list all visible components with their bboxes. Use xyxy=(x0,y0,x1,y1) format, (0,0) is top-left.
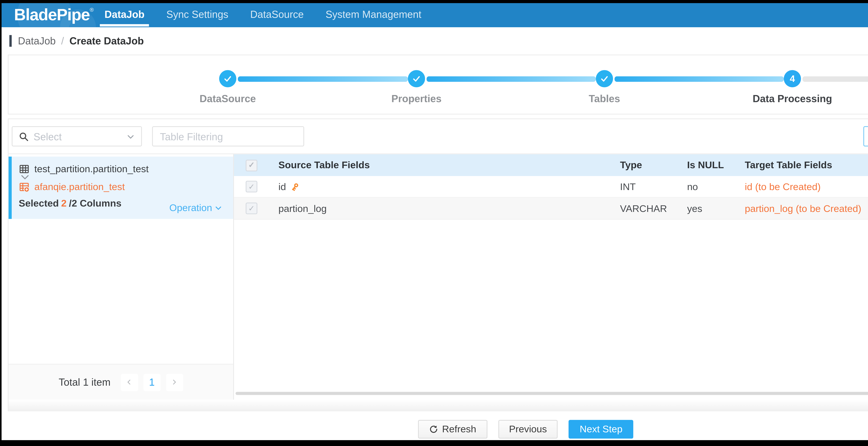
breadcrumb-accent-bar xyxy=(9,35,12,47)
select-all-checkbox[interactable]: ✓ xyxy=(246,159,257,171)
chevron-down-icon xyxy=(20,174,30,181)
pagination-total: Total 1 item xyxy=(59,376,111,388)
header-source-fields: Source Table Fields xyxy=(269,160,611,171)
select-placeholder: Select xyxy=(33,130,122,142)
source-table-name: test_partition.partition_test xyxy=(34,163,149,174)
row-checkbox[interactable]: ✓ xyxy=(246,181,257,192)
operation-label: Operation xyxy=(169,203,212,213)
footer-buttons: Refresh Previous Next Step xyxy=(418,420,633,439)
nav-item-system-management[interactable]: System Management xyxy=(315,3,432,27)
header-target-fields: Target Table Fields xyxy=(735,160,868,171)
row-checkbox[interactable]: ✓ xyxy=(246,203,257,214)
toolbar-actions: Mapping Rules Upload Custom Code Batch O… xyxy=(863,126,868,146)
header-is-null: Is NULL xyxy=(678,160,735,171)
header-type: Type xyxy=(611,160,678,171)
horizontal-scrollbar[interactable] xyxy=(236,392,868,395)
step-datasource-circle xyxy=(219,70,236,87)
page-title: Create DataJob xyxy=(69,35,144,47)
chevron-right-icon xyxy=(171,379,178,385)
nav-item-sync-settings[interactable]: Sync Settings xyxy=(155,3,239,27)
screenshot-stage: BladePipe® DataJob Sync Settings DataSou… xyxy=(0,0,868,446)
source-null-cell: yes xyxy=(678,203,735,214)
top-navbar: BladePipe® DataJob Sync Settings DataSou… xyxy=(2,3,868,27)
main-region: test_partition.partition_test afanqie.pa… xyxy=(8,153,868,400)
step-label-tables: Tables xyxy=(589,93,620,104)
table-icon xyxy=(19,163,30,174)
toolbar: Select Mapping Rules Upload Custom Code … xyxy=(8,119,868,153)
step-data-processing-circle: 4 xyxy=(784,70,801,87)
source-null-cell: no xyxy=(678,181,735,192)
previous-button[interactable]: Previous xyxy=(498,420,558,439)
next-step-button[interactable]: Next Step xyxy=(569,420,633,439)
breadcrumb-separator: / xyxy=(61,35,64,47)
next-step-label: Next Step xyxy=(580,424,623,435)
data-processing-panel: Select Mapping Rules Upload Custom Code … xyxy=(8,118,868,411)
source-field-name: partion_log xyxy=(278,203,327,214)
table-list-pagination: Total 1 item 1 xyxy=(8,364,233,400)
step-connector-done xyxy=(615,76,784,82)
breadcrumb-parent[interactable]: DataJob xyxy=(18,35,56,47)
logo-text: BladePipe xyxy=(14,5,90,23)
row-checkbox-cell: ✓ xyxy=(234,181,269,192)
table-row: ✓ partion_log VARCHAR yes partion_log (t… xyxy=(234,198,868,220)
row-checkbox-cell: ✓ xyxy=(234,203,269,214)
fields-table: ✓ Source Table Fields Type Is NULL Targe… xyxy=(234,154,868,400)
breadcrumb: DataJob / Create DataJob xyxy=(2,27,868,55)
primary-key-icon xyxy=(290,182,299,191)
check-icon xyxy=(223,74,232,83)
page-number[interactable]: 1 xyxy=(143,374,160,391)
refresh-label: Refresh xyxy=(442,424,476,435)
step-connector-done xyxy=(427,76,596,82)
step-label-data-processing: Data Processing xyxy=(753,93,832,104)
source-type-cell: VARCHAR xyxy=(611,203,678,214)
chevron-left-icon xyxy=(126,379,133,385)
fields-table-header: ✓ Source Table Fields Type Is NULL Targe… xyxy=(234,154,868,176)
app-window: BladePipe® DataJob Sync Settings DataSou… xyxy=(2,3,868,440)
nav-item-datasource[interactable]: DataSource xyxy=(239,3,315,27)
toolbar-filters: Select xyxy=(12,126,304,146)
check-icon xyxy=(600,74,609,83)
registered-mark: ® xyxy=(90,7,93,12)
table-create-icon xyxy=(19,181,30,192)
previous-label: Previous xyxy=(509,424,547,435)
next-page-button[interactable] xyxy=(166,374,183,391)
refresh-button[interactable]: Refresh xyxy=(418,420,487,439)
mapping-direction xyxy=(20,174,225,181)
table-list-panel: test_partition.partition_test afanqie.pa… xyxy=(8,154,234,400)
selected-count: 2 xyxy=(61,198,66,209)
source-field-name: id xyxy=(278,181,286,192)
source-field-cell: id xyxy=(269,181,611,192)
target-field-cell: partion_log (to be Created) xyxy=(735,203,868,214)
target-field-name: id (to be Created) xyxy=(745,181,820,192)
source-table-row: test_partition.partition_test xyxy=(19,163,225,174)
operation-dropdown[interactable]: Operation xyxy=(169,203,222,213)
chevron-down-icon xyxy=(214,204,222,212)
check-icon xyxy=(412,74,421,83)
target-field-cell: id (to be Created) xyxy=(735,181,868,192)
step-tables-circle xyxy=(596,70,613,87)
step-label-datasource: DataSource xyxy=(199,93,256,104)
step-properties-circle xyxy=(408,70,425,87)
chevron-down-icon xyxy=(126,132,135,140)
selected-total: /2 Columns xyxy=(69,198,122,209)
table-filtering-input[interactable] xyxy=(152,126,304,146)
step-connector-done xyxy=(238,76,408,82)
panel-bottom-shadow xyxy=(8,400,868,411)
mapping-rules-button[interactable]: Mapping Rules xyxy=(863,126,868,146)
prev-page-button[interactable] xyxy=(121,374,138,391)
table-row: ✓ id INT no id (to be Created) INT no xyxy=(234,176,868,198)
search-icon xyxy=(19,131,29,141)
nav-item-datajob[interactable]: DataJob xyxy=(94,3,155,27)
table-pair-card[interactable]: test_partition.partition_test afanqie.pa… xyxy=(8,157,233,219)
bladepipe-logo: BladePipe® xyxy=(14,5,93,24)
source-field-cell: partion_log xyxy=(269,203,611,214)
header-checkbox-cell: ✓ xyxy=(234,159,269,171)
target-field-name: partion_log (to be Created) xyxy=(745,203,861,214)
table-select-dropdown[interactable]: Select xyxy=(12,126,142,146)
source-type-cell: INT xyxy=(611,181,678,192)
step-label-properties: Properties xyxy=(392,93,442,104)
main-nav-menu: DataJob Sync Settings DataSource System … xyxy=(94,3,432,27)
wizard-steps: 4 5 DataSource Properties Tables Data Pr… xyxy=(8,55,868,114)
refresh-icon xyxy=(429,424,438,434)
target-table-row: afanqie.partition_test xyxy=(19,181,225,192)
